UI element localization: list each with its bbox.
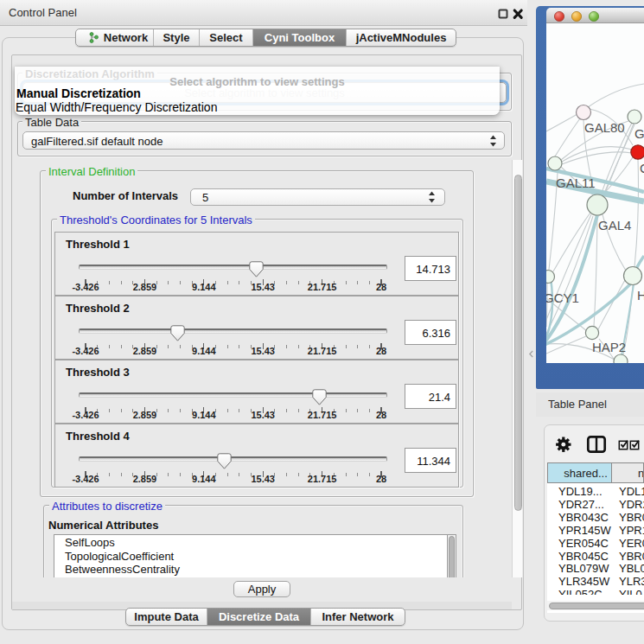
svg-text:GAL80: GAL80 xyxy=(584,120,625,135)
svg-text:C: C xyxy=(640,161,644,175)
svg-text:GCY1: GCY1 xyxy=(546,290,579,305)
svg-text:H: H xyxy=(637,288,644,303)
svg-text:GAL4: GAL4 xyxy=(598,218,631,233)
svg-text:HAP2: HAP2 xyxy=(592,340,626,354)
svg-text:GAL11: GAL11 xyxy=(556,175,596,190)
svg-text:GA: GA xyxy=(634,126,644,141)
